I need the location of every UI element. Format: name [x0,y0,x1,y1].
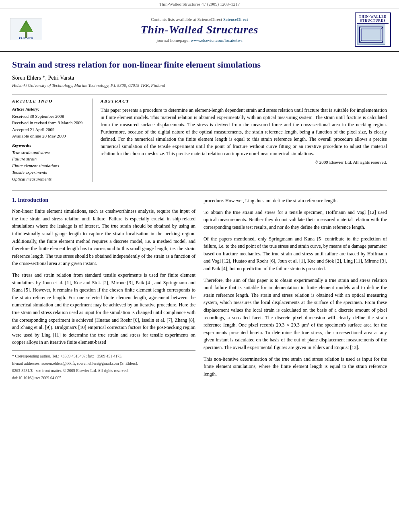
keyword-1: True strain and stress [12,149,86,156]
journal-title: Thin-Walled Structures [48,23,351,36]
keyword-4: Tensile experiments [12,169,86,176]
article-info-heading: ARTICLE INFO [12,99,86,103]
article-info-panel: ARTICLE INFO Article history: Received 3… [12,99,93,183]
available-online-date: Available online 20 May 2009 [12,133,86,140]
journal-center-info: Contents lists available at ScienceDirec… [48,17,351,43]
keyword-2: Failure strain [12,156,86,162]
body-columns: 1. Introduction Non-linear finite elemen… [12,190,387,382]
body-para-3: procedure. However, Ling does not define… [204,197,387,205]
tws-logo-image [357,25,385,45]
publisher-logo: ELSEVIER [8,18,44,42]
homepage-line: journal homepage: www.elsevier.com/locat… [48,38,351,43]
homepage-link[interactable]: www.elsevier.com/locate/tws [191,38,243,43]
footer-notes: * Corresponding author. Tel.: +3589 4513… [12,350,195,381]
body-para-2: The stress and strain relation from stan… [12,271,195,346]
abstract-panel: ABSTRACT This paper presents a procedure… [101,99,387,183]
accepted-date: Accepted 21 April 2009 [12,126,86,133]
keyword-5: Optical measurements [12,176,86,183]
body-para-6: Therefore, the aim of this paper is to o… [204,277,387,351]
copyright-line: © 2009 Elsevier Ltd. All rights reserved… [101,160,387,164]
body-col-right: procedure. However, Ling does not define… [204,197,387,382]
body-para-1: Non-linear finite element simulations, s… [12,207,195,267]
sciencedirect-link[interactable]: ScienceDirect [223,17,248,22]
received-revised-date: Received in revised form 9 March 2009 [12,119,86,126]
tws-structure-icon [358,25,385,44]
contents-available-line: Contents lists available at ScienceDirec… [48,17,351,22]
article-info-abstract-columns: ARTICLE INFO Article history: Received 3… [12,94,387,183]
section1-title: 1. Introduction [12,197,195,203]
top-bar: Thin-Walled Structures 47 (2009) 1203–12… [0,0,399,8]
body-para-4: To obtain the true strain and stress for… [204,209,387,231]
keywords-list: True strain and stress Failure strain Fi… [12,149,86,183]
footnote-star: * Corresponding author. Tel.: +3589 4513… [12,353,195,359]
svg-text:ELSEVIER: ELSEVIER [19,37,33,40]
footnote-doi: doi:10.1016/j.tws.2009.04.005 [12,375,195,381]
abstract-text: This paper presents a procedure to deter… [101,107,387,157]
article-title: Strain and stress relation for non-linea… [12,59,387,71]
body-para-7: This non-iterative determination of the … [204,355,387,378]
footnote-email: E-mail addresses: soeren.ehlers@tkk.fi, … [12,360,195,367]
body-para-5: Of the papers mentioned, only Springmann… [204,235,387,273]
received-date: Received 30 September 2008 [12,113,86,120]
footnote-issn: 0263-8231/$ - see front matter. © 2009 E… [12,368,195,374]
tws-logo-title: THIN-WALLEDSTRUCTURES [357,15,389,24]
journal-citation: Thin-Walled Structures 47 (2009) 1203–12… [159,2,240,6]
journal-logo-right: THIN-WALLEDSTRUCTURES [355,12,391,47]
article-history-label: Article history: [12,107,86,111]
body-col-left: 1. Introduction Non-linear finite elemen… [12,197,195,382]
keyword-3: Finite element simulations [12,162,86,169]
abstract-heading: ABSTRACT [101,99,387,103]
main-content: Strain and stress relation for non-linea… [0,52,399,389]
affiliation-line: Helsinki University of Technology, Marin… [12,83,387,88]
authors-line: Sören Ehlers *, Petri Varsta [12,75,387,81]
journal-header: ELSEVIER Contents lists available at Sci… [0,8,399,52]
keywords-label: Keywords: [12,143,86,148]
elsevier-tree-icon: ELSEVIER [10,18,42,40]
